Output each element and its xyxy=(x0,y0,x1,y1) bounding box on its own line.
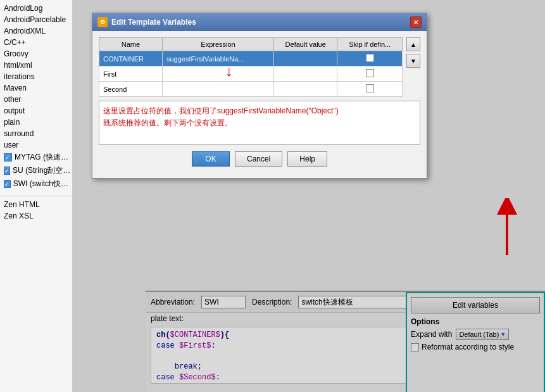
row-expression: suggestFirstVariableNa... xyxy=(162,51,273,66)
annotation-line1: 这里设置占位符的值，我们使用了suggestFirstVariableName(… xyxy=(103,105,416,117)
sidebar-item-androidxml[interactable]: AndroidXML xyxy=(0,25,72,37)
dialog-titlebar: ⚙ Edit Template Variables ✕ xyxy=(92,13,427,31)
row-default xyxy=(274,66,337,82)
annotation-text: 这里设置占位符的值，我们使用了suggestFirstVariableName(… xyxy=(99,101,420,145)
dialog-title: Edit Template Variables xyxy=(111,18,196,27)
table-row[interactable]: First xyxy=(99,66,403,82)
sidebar-item-zenhtml[interactable]: Zen HTML xyxy=(0,199,72,210)
sidebar-item-maven[interactable]: Maven xyxy=(0,82,72,94)
row-name: First xyxy=(99,66,163,82)
sidebar-item-swi[interactable]: SWI (switch快… xyxy=(0,177,72,191)
edit-template-variables-dialog: ⚙ Edit Template Variables ✕ Name Express… xyxy=(92,13,427,179)
sidebar-item-user[interactable]: user xyxy=(0,139,72,151)
dialog-buttons: OK Cancel Help xyxy=(99,151,420,172)
row-skip[interactable] xyxy=(337,66,403,82)
row-default xyxy=(274,51,337,66)
sidebar-item-su[interactable]: SU (String刮空… xyxy=(0,164,72,177)
skip-checkbox-2[interactable] xyxy=(366,84,374,92)
col-name: Name xyxy=(99,38,163,51)
sidebar-item-mytag[interactable]: MYTAG (快速… xyxy=(0,151,72,164)
sidebar-item-other[interactable]: other xyxy=(0,94,72,105)
dialog-icon: ⚙ xyxy=(97,17,108,27)
red-arrow-to-button xyxy=(488,198,526,265)
row-name: CONTAINER xyxy=(99,51,163,66)
dialog-close-button[interactable]: ✕ xyxy=(410,16,422,28)
skip-checkbox-1[interactable] xyxy=(366,69,374,77)
sidebar-item-plain[interactable]: plain xyxy=(0,117,72,128)
su-checkbox[interactable] xyxy=(4,167,10,175)
mytag-checkbox[interactable] xyxy=(4,153,12,161)
ok-button[interactable]: OK xyxy=(192,151,230,167)
move-up-button[interactable]: ▲ xyxy=(406,37,420,51)
help-button[interactable]: Help xyxy=(287,151,327,167)
cancel-button[interactable]: Cancel xyxy=(235,151,282,167)
col-expression: Expression xyxy=(162,38,273,51)
sidebar-item-zenxsl[interactable]: Zen XSL xyxy=(0,210,72,222)
main-area: ⚙ Edit Template Variables ✕ Name Express… xyxy=(73,0,545,392)
variables-table-container: Name Expression Default value Skip if de… xyxy=(99,37,420,97)
row-expression xyxy=(162,82,273,97)
row-expression xyxy=(162,66,273,82)
col-skip: Skip if defin... xyxy=(337,38,403,51)
row-default xyxy=(274,82,337,97)
sidebar-item-groovy[interactable]: Groovy xyxy=(0,48,72,60)
sidebar-item-androidparcelable[interactable]: AndroidParcelable xyxy=(0,14,72,25)
down-arrow-annotation: ↓ xyxy=(225,62,233,80)
dialog-content: Name Expression Default value Skip if de… xyxy=(92,31,427,178)
move-down-button[interactable]: ▼ xyxy=(406,54,420,68)
sidebar-item-output[interactable]: output xyxy=(0,105,72,117)
row-name: Second xyxy=(99,82,163,97)
sidebar-item-androidlog[interactable]: AndroidLog xyxy=(0,3,72,14)
annotation-line2: 既系统推荐的值。剩下两个没有设置。 xyxy=(103,117,416,129)
sidebar-item-iterations[interactable]: iterations xyxy=(0,71,72,82)
row-skip[interactable] xyxy=(337,51,403,66)
skip-checkbox-0[interactable] xyxy=(366,54,374,62)
sidebar-item-htmlxml[interactable]: html/xml xyxy=(0,60,72,71)
sidebar-item-cpp[interactable]: C/C++ xyxy=(0,37,72,48)
sidebar-item-surround[interactable]: surround xyxy=(0,128,72,139)
swi-checkbox[interactable] xyxy=(4,180,11,188)
col-default: Default value xyxy=(274,38,337,51)
table-row[interactable]: Second xyxy=(99,82,403,97)
sidebar: AndroidLog AndroidParcelable AndroidXML … xyxy=(0,0,73,392)
red-arrow-svg xyxy=(488,198,526,262)
row-skip[interactable] xyxy=(337,82,403,97)
table-navigation: ▲ ▼ xyxy=(406,37,420,68)
table-row[interactable]: CONTAINER suggestFirstVariableNa... xyxy=(99,51,403,66)
variables-table: Name Expression Default value Skip if de… xyxy=(99,37,403,97)
